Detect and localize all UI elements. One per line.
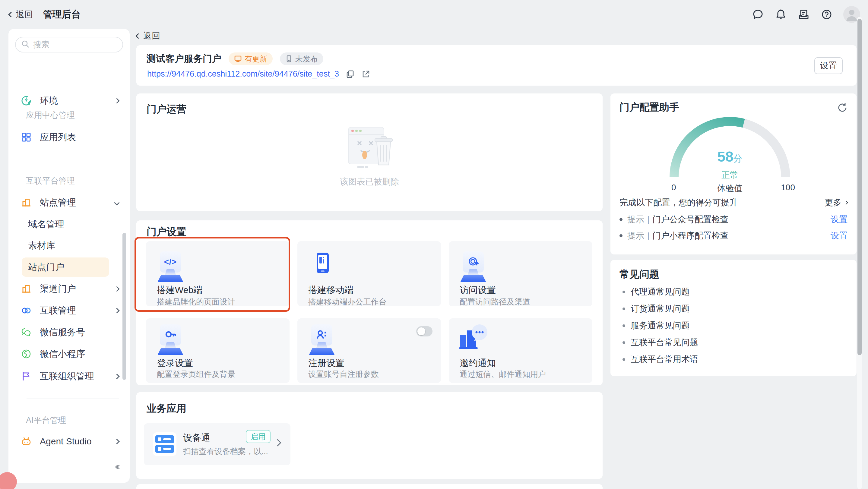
update-badge: 有更新 — [228, 53, 273, 65]
sidebar-item-channel-portal[interactable]: 渠道门户 — [21, 281, 122, 297]
copy-icon[interactable] — [346, 70, 355, 79]
portal-settings-title: 门户设置 — [147, 225, 186, 239]
chevron-right-icon — [114, 98, 119, 103]
gauge-axis-label: 体验值 — [663, 183, 796, 194]
portal-settings-card: 门户设置 </> 搭建Web端 搭建品牌化的页面设计 搭建移动端 搭建移动端办公… — [136, 220, 602, 385]
sidebar-scrollbar[interactable] — [122, 233, 126, 380]
app-grid-icon — [21, 131, 32, 143]
check-item-text: 门户小程序配置检查 — [652, 230, 728, 241]
site-settings-button[interactable]: 设置 — [814, 57, 843, 74]
sidebar-item-wechat-mini[interactable]: 微信小程序 — [21, 346, 122, 362]
site-title: 测试客户服务门户 — [147, 53, 221, 65]
more-link[interactable]: 更多 — [825, 197, 847, 208]
chevron-right-icon — [114, 308, 119, 313]
sidebar-item-asset-library[interactable]: 素材库 — [28, 237, 122, 254]
card-build-mobile[interactable]: 搭建移动端 搭建移动端办公工作台 — [298, 241, 441, 306]
bullet-dot — [622, 358, 625, 361]
assistant-check-item: 提示 | 门户公众号配置检查 设置 — [619, 214, 847, 226]
site-header-card: 测试客户服务门户 有更新 未发布 https://94476.qd.ceshi1… — [136, 45, 857, 86]
mobile-builder-icon — [311, 252, 334, 275]
bullet-dot — [622, 291, 625, 293]
open-external-icon[interactable] — [361, 70, 370, 79]
divider — [27, 398, 119, 399]
assistant-tip-text: 完成以下配置，您的得分可提升 — [619, 197, 738, 208]
portal-operations-title: 门户运营 — [147, 102, 186, 116]
faq-item[interactable]: 互联平台常见问题 — [622, 337, 698, 348]
sidebar-item-label: 环境 — [40, 95, 107, 107]
top-bar: 返回 管理后台 — [0, 0, 868, 29]
environment-icon — [21, 95, 32, 106]
sidebar-item-connect-mgmt[interactable]: 互联管理 — [21, 302, 122, 319]
phone-icon — [285, 55, 292, 62]
global-back-button[interactable]: 返回 — [9, 9, 33, 20]
faq-item[interactable]: 订货通常见问题 — [622, 303, 690, 314]
app-name: 设备通 — [183, 432, 210, 444]
divider — [38, 10, 38, 19]
sidebar-group-platform: 互联平台管理 — [26, 175, 75, 186]
faq-title: 常见问题 — [619, 268, 659, 281]
faq-item[interactable]: 代理通常见问题 — [622, 286, 690, 297]
sidebar-item-label: 渠道门户 — [40, 283, 107, 295]
sidebar-item-domain-mgmt[interactable]: 域名管理 — [28, 216, 122, 233]
web-builder-icon: </> — [157, 252, 186, 283]
sidebar-item-label: Agent Studio — [40, 436, 107, 447]
check-item-settings-link[interactable]: 设置 — [831, 214, 847, 225]
sidebar-item-label: 站点门户 — [28, 261, 64, 273]
sidebar-group-app-center: 应用中心管理 — [26, 110, 75, 121]
sidebar-item-site-portal-active[interactable]: 站点门户 — [28, 259, 122, 275]
help-icon[interactable] — [820, 8, 833, 21]
divider — [27, 95, 119, 95]
search-input[interactable] — [33, 40, 108, 50]
inbox-message-icon[interactable] — [798, 8, 810, 21]
gauge-score: 58分 — [663, 148, 796, 165]
invite-notify-icon — [458, 323, 491, 354]
bullet-dot — [622, 307, 625, 310]
unpublished-badge: 未发布 — [280, 53, 323, 65]
sidebar-item-label: 微信服务号 — [40, 326, 122, 338]
wechat-icon — [21, 326, 32, 338]
enabled-badge: 启用 — [246, 430, 271, 443]
app-description: 扫描查看设备档案，以... — [183, 446, 268, 457]
card-invite-notify[interactable]: 邀约通知 通过短信、邮件通知用户 — [449, 318, 592, 383]
chevron-right-icon — [114, 373, 119, 379]
business-apps-card: 业务应用 设备通 启用 扫描查看设备档案，以... — [136, 392, 602, 479]
refresh-icon[interactable] — [837, 102, 848, 115]
search-icon — [21, 40, 30, 50]
check-item-settings-link[interactable]: 设置 — [831, 230, 847, 241]
app-shebeitong[interactable]: 设备通 启用 扫描查看设备档案，以... — [144, 423, 290, 465]
card-login-settings[interactable]: 登录设置 配置登录页组件及背景 — [146, 318, 289, 383]
page-back-button[interactable]: 返回 — [136, 30, 160, 42]
sidebar-item-app-list[interactable]: 应用列表 — [21, 129, 122, 145]
card-build-web[interactable]: </> 搭建Web端 搭建品牌化的页面设计 — [146, 241, 289, 306]
page-scrollbar-thumb[interactable] — [858, 19, 862, 355]
device-app-icon — [153, 432, 177, 456]
bullet-dot — [619, 218, 622, 221]
site-url-link[interactable]: https://94476.qd.ceshi112.com/site/94476… — [147, 69, 339, 79]
sidebar-item-wechat-service[interactable]: 微信服务号 — [21, 324, 122, 341]
sidebar-group-ai: AI平台管理 — [26, 415, 66, 426]
sidebar-item-label: 互联管理 — [40, 304, 107, 317]
bullet-dot — [619, 234, 622, 237]
building-icon — [21, 283, 32, 295]
sidebar-item-agent-studio[interactable]: Agent Studio — [21, 433, 122, 450]
sidebar-item-label: 应用列表 — [40, 131, 122, 143]
chevron-right-icon[interactable] — [275, 440, 280, 447]
chat-icon[interactable] — [752, 8, 764, 21]
chevron-down-icon — [114, 200, 119, 205]
faq-item[interactable]: 服务通常见问题 — [622, 320, 690, 331]
collapse-sidebar-icon[interactable] — [116, 465, 121, 468]
mini-program-icon — [21, 348, 32, 360]
card-register-settings[interactable]: 注册设置 设置账号自注册参数 — [298, 318, 441, 383]
sidebar-item-org-mgmt[interactable]: 互联组织管理 — [21, 368, 122, 385]
card-access-settings[interactable]: 访问设置 配置访问路径及渠道 — [449, 241, 592, 306]
sidebar-item-site-mgmt[interactable]: 站点管理 — [21, 194, 122, 211]
search-box[interactable] — [15, 37, 123, 53]
bell-icon[interactable] — [775, 8, 787, 21]
deleted-chart-illustration — [339, 126, 400, 173]
faq-item[interactable]: 互联平台常用术语 — [622, 354, 698, 365]
divider — [27, 160, 119, 160]
register-toggle-off[interactable] — [416, 326, 433, 336]
global-back-label: 返回 — [16, 9, 33, 20]
next-section-card-edge — [136, 484, 602, 489]
portal-operations-card: 门户运营 该图表已被删除 — [136, 94, 602, 211]
